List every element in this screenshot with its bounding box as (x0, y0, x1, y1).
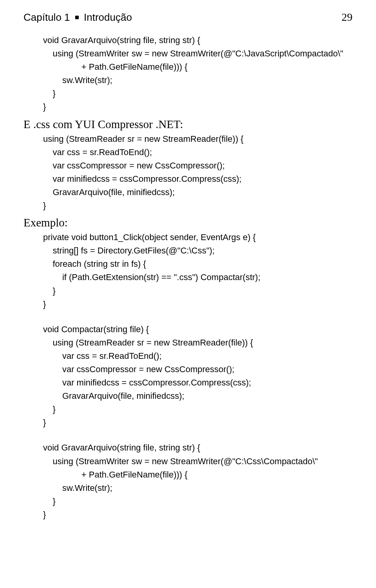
page-number: 29 (342, 11, 352, 24)
chapter-title: Introdução (84, 11, 132, 23)
code-block-4: void Compactar(string file) { using (Str… (24, 323, 352, 430)
chapter-prefix: Capítulo 1 (24, 11, 70, 23)
spacer (24, 311, 352, 323)
chapter-label: Capítulo 1 Introdução (24, 11, 132, 24)
code-block-1: void GravarArquivo(string file, string s… (24, 34, 352, 114)
code-block-5: void GravarArquivo(string file, string s… (24, 441, 352, 521)
spacer (24, 429, 352, 441)
section-label-css-yui: E .css com YUI Compressor .NET: (24, 118, 352, 131)
section-label-exemplo: Exemplo: (24, 216, 352, 229)
code-block-3: private void button1_Click(object sender… (24, 231, 352, 311)
code-block-2: using (StreamReader sr = new StreamReade… (24, 132, 352, 213)
page-header: Capítulo 1 Introdução 29 (24, 11, 352, 24)
square-separator-icon (75, 16, 79, 19)
page-container: Capítulo 1 Introdução 29 void GravarArqu… (0, 0, 376, 537)
